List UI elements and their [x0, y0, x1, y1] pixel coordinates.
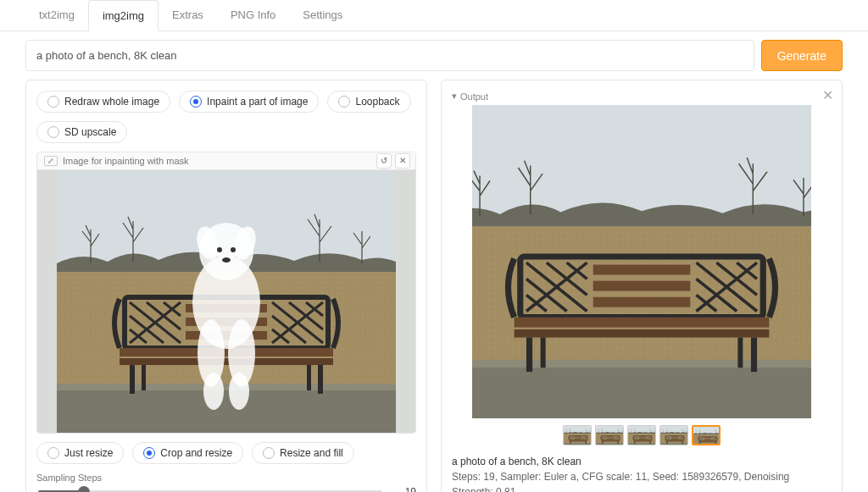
output-prompt-echo: a photo of a bench, 8K clean	[452, 454, 832, 469]
radio-dot-icon	[47, 447, 59, 459]
mode-radio-loopback[interactable]: Loopback	[327, 91, 410, 113]
output-close-icon[interactable]: ✕	[822, 87, 833, 103]
sampling-steps-label: Sampling Steps	[36, 473, 416, 483]
resize-radio-label: Crop and resize	[160, 447, 232, 459]
output-image[interactable]	[452, 105, 832, 418]
inpaint-panel-label: Image for inpainting with mask	[63, 156, 189, 166]
resize-radio-label: Just resize	[64, 447, 113, 459]
output-thumb[interactable]	[595, 425, 624, 445]
main-tabs: txt2imgimg2imgExtrasPNG InfoSettings	[0, 0, 868, 31]
resize-radio-label: Resize and fill	[280, 447, 343, 459]
radio-dot-icon	[263, 447, 275, 459]
radio-dot-icon	[190, 96, 202, 108]
output-thumb[interactable]	[659, 425, 688, 445]
radio-dot-icon	[47, 126, 59, 138]
resize-radio-crop-and-resize[interactable]: Crop and resize	[132, 442, 243, 464]
mode-radio-label: Loopback	[355, 96, 399, 108]
inpaint-canvas[interactable]	[37, 170, 415, 433]
output-thumb[interactable]	[627, 425, 656, 445]
prompt-input[interactable]: a photo of a bench, 8K clean	[25, 40, 754, 71]
resize-radio-group: Just resizeCrop and resizeResize and fil…	[36, 442, 416, 464]
tab-txt2img[interactable]: txt2img	[25, 0, 88, 30]
close-icon[interactable]: ✕	[395, 153, 410, 169]
output-thumb[interactable]	[692, 425, 721, 445]
generate-button[interactable]: Generate	[761, 40, 843, 71]
tab-settings[interactable]: Settings	[289, 0, 356, 30]
output-thumb[interactable]	[563, 425, 592, 445]
mode-radio-label: Inpaint a part of image	[207, 96, 308, 108]
radio-dot-icon	[338, 96, 350, 108]
sampling-steps-value: 19	[392, 486, 416, 492]
mode-radio-label: Redraw whole image	[64, 96, 159, 108]
resize-radio-just-resize[interactable]: Just resize	[36, 442, 124, 464]
output-panel: ✕ ▾ Output a photo of a bench, 8K clean …	[441, 80, 843, 492]
resize-radio-resize-and-fill[interactable]: Resize and fill	[252, 442, 354, 464]
mode-radio-sd-upscale[interactable]: SD upscale	[36, 121, 127, 143]
output-caret-icon: ▾	[452, 91, 457, 102]
mode-radio-redraw-whole-image[interactable]: Redraw whole image	[36, 91, 170, 113]
output-params-line: Steps: 19, Sampler: Euler a, CFG scale: …	[452, 469, 832, 492]
tab-img2img[interactable]: img2img	[88, 0, 159, 31]
tab-png-info[interactable]: PNG Info	[217, 0, 289, 30]
mode-radio-group: Redraw whole imageInpaint a part of imag…	[36, 91, 416, 143]
mode-radio-label: SD upscale	[64, 126, 116, 138]
inpaint-image-panel: ⤢ Image for inpainting with mask ↺ ✕	[36, 152, 416, 434]
expand-icon: ⤢	[44, 156, 58, 166]
undo-icon[interactable]: ↺	[376, 153, 392, 169]
left-panel: Redraw whole imageInpaint a part of imag…	[25, 80, 427, 492]
output-thumbnails	[452, 425, 832, 445]
radio-dot-icon	[47, 96, 59, 108]
radio-dot-icon	[143, 447, 155, 459]
mode-radio-inpaint-a-part-of-image[interactable]: Inpaint a part of image	[179, 91, 319, 113]
tab-extras[interactable]: Extras	[159, 0, 217, 30]
output-label: Output	[460, 91, 488, 102]
